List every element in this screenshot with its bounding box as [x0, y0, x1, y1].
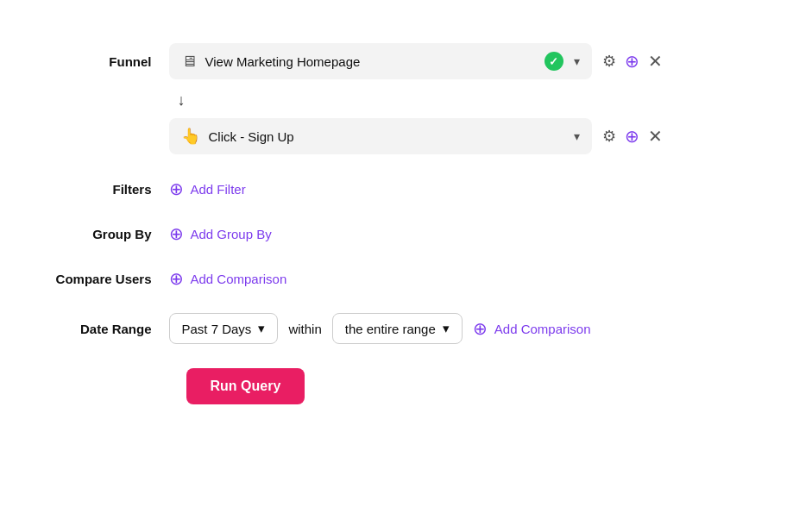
step2-settings-icon[interactable]: ⚙ [602, 127, 616, 146]
date-range-label: Date Range [35, 322, 169, 336]
entire-range-select[interactable]: the entire range ▾ [332, 313, 463, 344]
step1-add-icon[interactable]: ⊕ [625, 51, 639, 72]
group-by-label: Group By [35, 227, 169, 241]
add-filter-label: Add Filter [191, 182, 246, 197]
step1-settings-icon[interactable]: ⚙ [602, 52, 616, 71]
add-comparison-date-label: Add Comparison [494, 322, 591, 336]
run-query-row: Run Query [35, 368, 777, 404]
run-query-button[interactable]: Run Query [186, 368, 305, 404]
add-comparison-button[interactable]: ⊕ Add Comparison [169, 268, 287, 289]
add-group-by-label: Add Group By [191, 227, 272, 241]
filters-row: Filters ⊕ Add Filter [35, 178, 777, 199]
within-text: within [288, 322, 321, 336]
step2-remove-icon[interactable]: ✕ [648, 126, 663, 147]
step1-remove-icon[interactable]: ✕ [648, 51, 663, 72]
step2-text: Click - Sign Up [209, 129, 570, 144]
add-comparison-label: Add Comparison [191, 272, 287, 286]
entire-range-chevron-icon: ▾ [443, 321, 450, 336]
date-range-value: Past 7 Days [182, 322, 252, 336]
funnel-row-step2: 👆 Click - Sign Up ▾ ⚙ ⊕ ✕ [35, 118, 777, 154]
step2-chevron-icon: ▾ [574, 129, 580, 143]
step2-selector[interactable]: 👆 Click - Sign Up ▾ [169, 118, 592, 154]
date-range-content: Past 7 Days ▾ within the entire range ▾ … [169, 313, 591, 344]
add-comparison-icon: ⊕ [169, 268, 184, 289]
step-arrow: ↓ [35, 91, 777, 110]
step1-selector[interactable]: 🖥 View Marketing Homepage ▾ [169, 43, 592, 79]
date-range-row: Date Range Past 7 Days ▾ within the enti… [35, 313, 777, 344]
date-range-select[interactable]: Past 7 Days ▾ [169, 313, 279, 344]
step1-check-icon [544, 52, 563, 71]
add-group-by-button[interactable]: ⊕ Add Group By [169, 223, 272, 244]
step1-text: View Marketing Homepage [205, 54, 544, 69]
date-range-chevron-icon: ▾ [258, 321, 265, 336]
step2-add-icon[interactable]: ⊕ [625, 126, 639, 147]
step2-controls: ⚙ ⊕ ✕ [602, 126, 663, 147]
filters-label: Filters [35, 182, 169, 197]
entire-range-value: the entire range [345, 322, 436, 336]
group-by-row: Group By ⊕ Add Group By [35, 223, 777, 244]
add-group-by-icon: ⊕ [169, 223, 184, 244]
add-comparison-date-button[interactable]: ⊕ Add Comparison [473, 318, 591, 339]
arrow-down-icon: ↓ [178, 91, 186, 110]
compare-users-label: Compare Users [35, 272, 169, 286]
add-filter-icon: ⊕ [169, 178, 184, 199]
step1-chevron-icon: ▾ [574, 54, 580, 68]
add-comparison-date-icon: ⊕ [473, 318, 488, 339]
step1-controls: ⚙ ⊕ ✕ [602, 51, 663, 72]
compare-users-row: Compare Users ⊕ Add Comparison [35, 268, 777, 289]
funnel-row-step1: Funnel 🖥 View Marketing Homepage ▾ ⚙ ⊕ ✕ [35, 43, 777, 79]
step1-icon: 🖥 [181, 53, 197, 71]
add-filter-button[interactable]: ⊕ Add Filter [169, 178, 246, 199]
funnel-label: Funnel [35, 54, 169, 69]
step2-icon: 👆 [181, 127, 200, 146]
